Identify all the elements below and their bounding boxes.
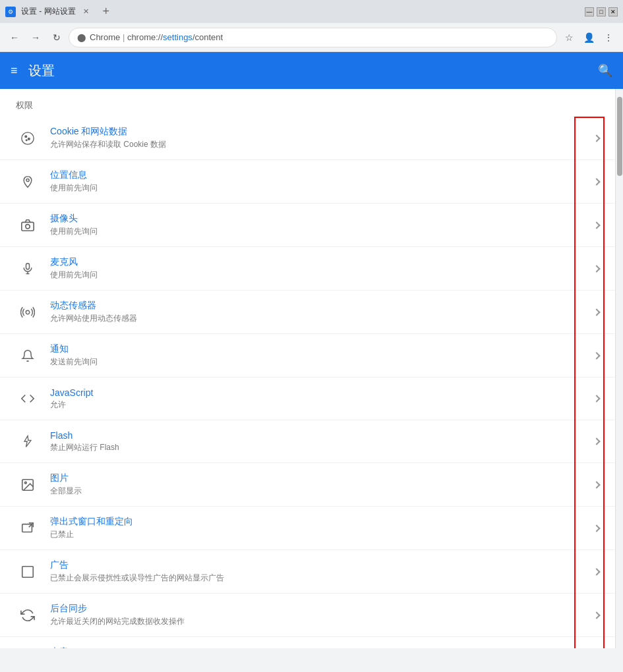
list-item[interactable]: Flash 禁止网站运行 Flash bbox=[0, 420, 615, 463]
chevron-right-icon bbox=[594, 221, 599, 230]
item-desc: 发送前先询问 bbox=[50, 356, 589, 368]
svg-point-4 bbox=[26, 179, 29, 181]
item-desc: 允许网站保存和读取 Cookie 数据 bbox=[50, 139, 589, 150]
omnibox[interactable]: ⬤ Chrome | chrome://settings/content bbox=[69, 28, 557, 47]
settings-app: ≡ 设置 🔍 权限 bbox=[0, 52, 623, 648]
reload-button[interactable]: ↻ bbox=[47, 28, 66, 47]
svg-point-2 bbox=[28, 138, 30, 140]
item-text: 声音 允许网站播放声音 bbox=[50, 646, 589, 648]
new-tab-button[interactable]: + bbox=[97, 3, 115, 21]
location-icon bbox=[16, 170, 40, 194]
item-text: 图片 全部显示 bbox=[50, 472, 589, 497]
microphone-icon bbox=[16, 257, 40, 281]
chevron-right-icon bbox=[594, 177, 599, 186]
list-item[interactable]: 声音 允许网站播放声音 bbox=[0, 637, 615, 648]
images-icon bbox=[16, 473, 40, 497]
item-desc: 已禁止 bbox=[50, 529, 589, 540]
list-item[interactable]: 后台同步 允许最近关闭的网站完成数据收发操作 bbox=[0, 594, 615, 637]
background-sync-icon bbox=[16, 603, 40, 627]
item-desc: 禁止网站运行 Flash bbox=[50, 442, 589, 453]
settings-list: Cookie 和网站数据 允许网站保存和读取 Cookie 数据 bbox=[0, 117, 615, 648]
chevron-right-icon bbox=[594, 437, 599, 446]
item-text: 麦克风 使用前先询问 bbox=[50, 256, 589, 281]
scrollbar[interactable] bbox=[615, 89, 623, 648]
sound-icon bbox=[16, 647, 40, 649]
item-desc: 使用前先询问 bbox=[50, 269, 589, 281]
list-item[interactable]: 广告 已禁止会展示侵扰性或误导性广告的网站显示广告 bbox=[0, 550, 615, 594]
camera-icon bbox=[16, 213, 40, 237]
item-desc: 已禁止会展示侵扰性或误导性广告的网站显示广告 bbox=[50, 573, 589, 584]
list-item[interactable]: 通知 发送前先询问 bbox=[0, 334, 615, 378]
item-text: Flash 禁止网站运行 Flash bbox=[50, 430, 589, 453]
menu-button[interactable]: ⋮ bbox=[599, 28, 618, 47]
item-desc: 允许最近关闭的网站完成数据收发操作 bbox=[50, 616, 589, 627]
item-text: 位置信息 使用前先询问 bbox=[50, 169, 589, 194]
minimize-button[interactable]: — bbox=[585, 7, 594, 16]
item-text: JavaScript 允许 bbox=[50, 387, 589, 410]
item-text: 通知 发送前先询问 bbox=[50, 343, 589, 368]
maximize-button[interactable]: □ bbox=[597, 7, 606, 16]
chevron-right-icon bbox=[594, 264, 599, 273]
item-text: 弹出式窗口和重定向 已禁止 bbox=[50, 516, 589, 540]
javascript-icon bbox=[16, 387, 40, 410]
notification-icon bbox=[16, 344, 40, 368]
title-bar: ⚙ 设置 - 网站设置 ✕ + — □ ✕ bbox=[0, 0, 623, 23]
item-title: 广告 bbox=[50, 559, 589, 571]
section-header: 权限 bbox=[0, 89, 615, 117]
item-title: 弹出式窗口和重定向 bbox=[50, 516, 589, 528]
item-text: 摄像头 使用前先询问 bbox=[50, 213, 589, 237]
bookmark-button[interactable]: ☆ bbox=[560, 28, 578, 47]
item-text: 广告 已禁止会展示侵扰性或误导性广告的网站显示广告 bbox=[50, 559, 589, 584]
sensor-icon bbox=[16, 300, 40, 324]
account-button[interactable]: 👤 bbox=[579, 28, 598, 47]
item-text: 后台同步 允许最近关闭的网站完成数据收发操作 bbox=[50, 603, 589, 627]
chevron-right-icon bbox=[594, 567, 599, 576]
list-item[interactable]: Cookie 和网站数据 允许网站保存和读取 Cookie 数据 bbox=[0, 117, 615, 160]
settings-search-button[interactable]: 🔍 bbox=[598, 63, 612, 78]
chevron-right-icon bbox=[594, 394, 599, 403]
item-title: 麦克风 bbox=[50, 256, 589, 268]
scrollbar-thumb[interactable] bbox=[617, 97, 622, 176]
item-text: 动态传感器 允许网站使用动态传感器 bbox=[50, 300, 589, 324]
tab-favicon: ⚙ bbox=[5, 7, 16, 17]
popup-icon bbox=[16, 517, 40, 540]
url-display: Chrome | chrome://settings/content bbox=[90, 32, 223, 42]
list-item[interactable]: 麦克风 使用前先询问 bbox=[0, 247, 615, 291]
back-button[interactable]: ← bbox=[5, 28, 24, 47]
chevron-right-icon bbox=[594, 134, 599, 143]
svg-rect-5 bbox=[22, 222, 34, 231]
address-actions: ☆ 👤 ⋮ bbox=[560, 28, 618, 47]
list-item[interactable]: 位置信息 使用前先询问 bbox=[0, 160, 615, 204]
svg-point-12 bbox=[24, 482, 26, 484]
item-title: 摄像头 bbox=[50, 213, 589, 225]
list-item[interactable]: 摄像头 使用前先询问 bbox=[0, 204, 615, 247]
list-item[interactable]: 图片 全部显示 bbox=[0, 463, 615, 507]
item-desc: 允许网站使用动态传感器 bbox=[50, 313, 589, 324]
list-item[interactable]: JavaScript 允许 bbox=[0, 378, 615, 420]
item-desc: 使用前先询问 bbox=[50, 226, 589, 237]
tab-title: 设置 - 网站设置 bbox=[21, 6, 76, 17]
forward-button[interactable]: → bbox=[26, 28, 45, 47]
item-title: JavaScript bbox=[50, 387, 589, 398]
hamburger-menu-button[interactable]: ≡ bbox=[11, 64, 18, 78]
tab-close-button[interactable]: ✕ bbox=[81, 7, 92, 17]
close-button[interactable]: ✕ bbox=[608, 7, 618, 16]
settings-list-wrapper: Cookie 和网站数据 允许网站保存和读取 Cookie 数据 bbox=[0, 117, 615, 648]
item-title: 后台同步 bbox=[50, 603, 589, 615]
chevron-right-icon bbox=[594, 611, 599, 620]
item-title: 声音 bbox=[50, 646, 589, 648]
list-item[interactable]: 动态传感器 允许网站使用动态传感器 bbox=[0, 291, 615, 334]
svg-rect-14 bbox=[22, 566, 34, 577]
svg-point-10 bbox=[26, 310, 30, 314]
item-desc: 使用前先询问 bbox=[50, 182, 589, 194]
item-title: 通知 bbox=[50, 343, 589, 355]
item-title: 动态传感器 bbox=[50, 300, 589, 312]
chevron-right-icon bbox=[594, 351, 599, 360]
lock-icon: ⬤ bbox=[77, 33, 86, 42]
chevron-right-icon bbox=[594, 480, 599, 490]
item-desc: 允许 bbox=[50, 399, 589, 410]
svg-point-1 bbox=[25, 135, 27, 137]
window-controls: — □ ✕ bbox=[585, 7, 618, 16]
list-item[interactable]: 弹出式窗口和重定向 已禁止 bbox=[0, 507, 615, 550]
item-text: Cookie 和网站数据 允许网站保存和读取 Cookie 数据 bbox=[50, 126, 589, 150]
